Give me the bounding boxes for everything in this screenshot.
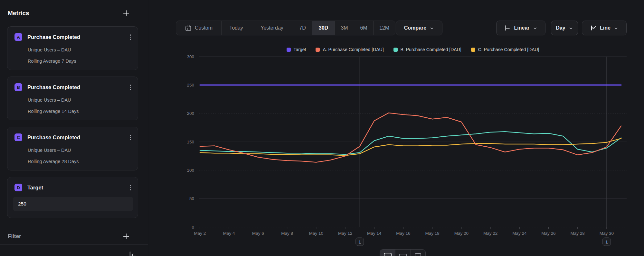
- kebab-icon: [130, 89, 131, 90]
- granularity-button[interactable]: Day: [551, 21, 578, 35]
- kebab-icon: [130, 85, 131, 86]
- line-chart-icon: [590, 25, 597, 31]
- add-filter-button[interactable]: [121, 232, 131, 241]
- chart-layout-toolbar: [380, 249, 426, 256]
- metrics-sidebar: Metrics APurchase CompletedUnique Users …: [0, 0, 148, 256]
- x-axis-label: May 8: [281, 231, 293, 236]
- metric-letter-badge: B: [14, 83, 22, 91]
- range-option-label: Custom: [195, 25, 213, 31]
- date-range-selector: CustomTodayYesterday7D30D3M6M12M: [176, 21, 395, 35]
- scale-button[interactable]: Linear: [496, 21, 545, 35]
- metric-card-list: APurchase CompletedUnique Users – DAURol…: [0, 26, 148, 218]
- filter-section: Filter: [8, 232, 131, 241]
- x-axis-label: May 14: [367, 231, 382, 236]
- kebab-icon: [130, 137, 131, 138]
- layout-option-button[interactable]: [380, 250, 395, 256]
- layout-option-button[interactable]: [395, 250, 410, 256]
- y-axis-label: 100: [187, 168, 194, 173]
- kebab-icon: [130, 139, 131, 140]
- metric-title: Purchase Completed: [27, 134, 80, 141]
- series-line-c: [200, 138, 621, 155]
- layout-compact-icon: [415, 253, 421, 256]
- kebab-icon: [130, 185, 131, 186]
- layout-option-button[interactable]: [410, 250, 425, 256]
- kebab-icon: [130, 189, 131, 190]
- range-option-3m[interactable]: 3M: [335, 21, 354, 35]
- range-option-30d[interactable]: 30D: [312, 21, 335, 35]
- x-axis-label: May 20: [454, 231, 469, 236]
- x-axis-label: May 18: [425, 231, 440, 236]
- x-axis-label: May 26: [541, 231, 555, 236]
- metric-title: Purchase Completed: [27, 34, 80, 40]
- x-axis-label: May 10: [309, 231, 323, 236]
- event-marker-label: 1: [605, 240, 608, 244]
- kebab-icon: [130, 187, 131, 188]
- metric-menu-button[interactable]: [128, 184, 133, 192]
- kebab-icon: [130, 39, 131, 40]
- event-marker-badge[interactable]: 1: [356, 238, 364, 246]
- range-option-yesterday[interactable]: Yesterday: [251, 21, 293, 35]
- series-line-a: [200, 113, 621, 162]
- y-axis-label: 150: [187, 140, 194, 144]
- event-marker-label: 1: [358, 240, 361, 244]
- metric-card-header: APurchase Completed: [7, 27, 138, 41]
- target-value-input[interactable]: [13, 197, 133, 211]
- granularity-label: Day: [556, 25, 565, 31]
- kebab-icon: [130, 37, 131, 38]
- line-chart: 050100150200250300May 2May 4May 6May 8Ma…: [148, 42, 644, 256]
- range-option-label: 7D: [299, 25, 306, 31]
- metric-card-header: DTarget: [7, 177, 138, 192]
- metric-card: CPurchase CompletedUnique Users – DAURol…: [7, 127, 138, 170]
- x-axis-label: May 2: [194, 231, 206, 236]
- x-axis-label: May 24: [512, 231, 527, 236]
- range-option-12m[interactable]: 12M: [373, 21, 395, 35]
- plus-icon: [122, 232, 130, 241]
- chevron-down-icon: [569, 26, 573, 31]
- range-option-7d[interactable]: 7D: [293, 21, 312, 35]
- chart-type-label: Line: [600, 25, 611, 31]
- chevron-down-icon: [533, 26, 537, 31]
- calendar-icon: [185, 25, 192, 32]
- chevron-down-icon: [614, 26, 618, 31]
- range-option-label: Today: [229, 25, 243, 31]
- range-option-label: 3M: [341, 25, 348, 31]
- compare-button[interactable]: Compare: [396, 21, 442, 35]
- metrics-title: Metrics: [8, 10, 29, 17]
- metric-card-header: CPurchase Completed: [7, 127, 138, 142]
- filter-title: Filter: [8, 233, 21, 240]
- collapse-sidebar-button[interactable]: [126, 250, 139, 256]
- kebab-icon: [130, 87, 131, 88]
- metric-menu-button[interactable]: [128, 133, 133, 142]
- series-line-b: [200, 132, 621, 154]
- range-option-6m[interactable]: 6M: [354, 21, 373, 35]
- chevron-down-icon: [430, 26, 434, 31]
- x-axis-label: May 30: [600, 231, 614, 236]
- metric-menu-button[interactable]: [128, 33, 133, 41]
- range-option-label: 12M: [379, 25, 389, 31]
- metric-card: BPurchase CompletedUnique Users – DAURol…: [7, 77, 138, 120]
- metric-letter-badge: C: [14, 133, 22, 141]
- add-metric-button[interactable]: [121, 8, 131, 18]
- y-axis-label: 250: [187, 83, 194, 87]
- y-axis-label: 50: [189, 196, 194, 201]
- x-axis-label: May 6: [252, 231, 264, 236]
- metric-detail: Rolling Average 7 Days: [28, 59, 138, 64]
- metric-title: Purchase Completed: [27, 84, 80, 90]
- metric-menu-button[interactable]: [128, 83, 133, 91]
- y-axis-label: 200: [187, 111, 194, 116]
- x-axis-label: May 4: [223, 231, 235, 236]
- range-option-label: Yesterday: [260, 25, 283, 31]
- linear-scale-icon: [504, 25, 511, 31]
- x-axis-label: May 28: [571, 231, 585, 236]
- metric-card: APurchase CompletedUnique Users – DAURol…: [7, 26, 138, 70]
- target-metric-card: DTarget: [7, 177, 138, 218]
- range-option-today[interactable]: Today: [221, 21, 251, 35]
- chart-type-button[interactable]: Line: [582, 21, 627, 35]
- chart-panel: CustomTodayYesterday7D30D3M6M12M Compare…: [148, 0, 644, 256]
- kebab-icon: [130, 34, 131, 36]
- range-option-custom[interactable]: Custom: [176, 21, 221, 35]
- event-marker-badge[interactable]: 1: [602, 238, 611, 246]
- layout-wide-icon: [399, 254, 407, 256]
- metrics-header: Metrics: [0, 0, 148, 18]
- scale-label: Linear: [514, 25, 529, 31]
